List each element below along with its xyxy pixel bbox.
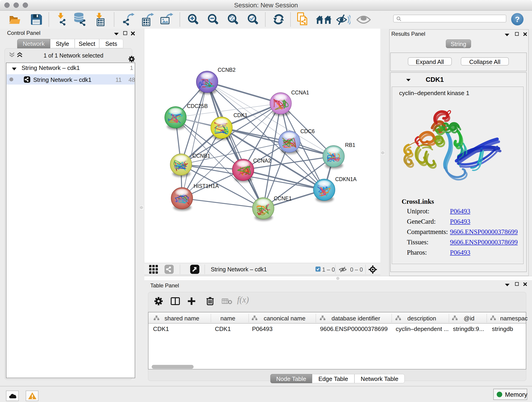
- svg-text:HIST1H1A: HIST1H1A: [194, 183, 219, 189]
- svg-text:CCNA1: CCNA1: [291, 89, 309, 96]
- svg-text:CDK1: CDK1: [234, 112, 247, 118]
- svg-text:CCNB1: CCNB1: [192, 153, 210, 159]
- svg-text:CDC25B: CDC25B: [187, 103, 208, 109]
- svg-text:CCNE1: CCNE1: [274, 196, 292, 201]
- svg-text:CDC6: CDC6: [300, 128, 315, 134]
- svg-text:CDKN1A: CDKN1A: [335, 176, 357, 182]
- svg-text:CCNB2: CCNB2: [218, 67, 235, 73]
- svg-text:CCNA2: CCNA2: [253, 158, 271, 164]
- svg-text:RB1: RB1: [345, 142, 355, 148]
